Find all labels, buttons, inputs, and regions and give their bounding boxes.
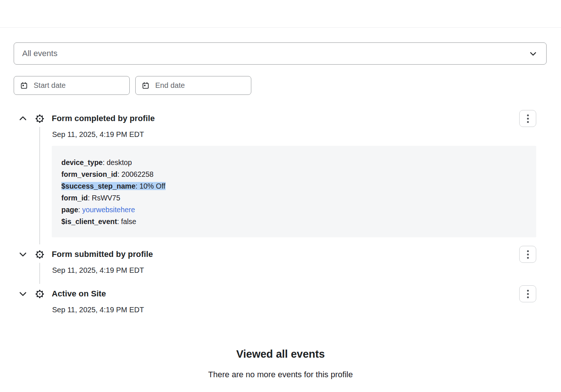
- property-line: page: yourwebsitehere: [61, 206, 135, 214]
- timeline-connector: [40, 127, 40, 244]
- event-property: form_version_id: 20062258: [61, 168, 527, 180]
- start-date-placeholder: Start date: [34, 81, 66, 90]
- event-menu-button[interactable]: [519, 110, 536, 127]
- event-expand-toggle[interactable]: [18, 114, 28, 123]
- property-separator: :: [136, 182, 140, 190]
- property-value: RsWV75: [92, 194, 120, 202]
- top-divider: [0, 0, 561, 28]
- end-of-feed-subtitle: There are no more events for this profil…: [0, 370, 561, 379]
- event-properties-panel: device_type: desktopform_version_id: 200…: [52, 146, 536, 237]
- event-timestamp: Sep 11, 2025, 4:19 PM EDT: [52, 266, 536, 275]
- event-item: Form completed by profile Sep 11, 2025, …: [14, 110, 536, 245]
- kebab-dot: [527, 257, 529, 259]
- event-menu-button[interactable]: [519, 246, 536, 263]
- property-line: device_type: desktop: [61, 158, 132, 166]
- property-line: form_version_id: 20062258: [61, 170, 153, 178]
- filter-bar: All events Start date End date: [14, 42, 547, 95]
- event-title: Active on Site: [52, 289, 519, 299]
- kebab-dot: [527, 290, 529, 292]
- end-date-placeholder: End date: [155, 81, 185, 90]
- event-header: Active on Site: [14, 285, 536, 303]
- property-separator: :: [78, 206, 82, 214]
- event-property: form_id: RsWV75: [61, 192, 527, 204]
- event-expand-toggle[interactable]: [18, 250, 28, 259]
- property-key: device_type: [61, 158, 103, 166]
- gear-icon: [35, 289, 45, 299]
- event-filter-value: All events: [22, 49, 57, 58]
- kebab-dot: [527, 118, 529, 120]
- property-key: $success_step_name: [61, 182, 136, 190]
- property-value: desktop: [107, 158, 132, 166]
- kebab-dot: [527, 114, 529, 116]
- selected-text: $success_step_name: 10% Off: [61, 182, 166, 190]
- property-key: $is_client_event: [61, 217, 117, 226]
- property-value-link[interactable]: yourwebsitehere: [82, 206, 135, 214]
- event-header: Form submitted by profile: [14, 245, 536, 263]
- property-separator: :: [117, 217, 121, 226]
- event-timestamp: Sep 11, 2025, 4:19 PM EDT: [52, 306, 536, 314]
- event-property: device_type: desktop: [61, 157, 527, 168]
- end-of-feed: Viewed all events There are no more even…: [0, 348, 561, 379]
- calendar-icon: [20, 82, 28, 90]
- event-list: Form completed by profile Sep 11, 2025, …: [14, 110, 536, 324]
- kebab-dot: [527, 254, 529, 255]
- property-separator: :: [103, 158, 107, 166]
- event-menu-button[interactable]: [519, 285, 536, 302]
- gear-icon: [35, 114, 45, 124]
- timeline-connector: [40, 263, 40, 284]
- property-line: $is_client_event: false: [61, 217, 136, 226]
- property-separator: :: [118, 170, 122, 178]
- property-key: form_version_id: [61, 170, 118, 178]
- event-property: $success_step_name: 10% Off: [61, 180, 527, 192]
- property-value: 10% Off: [139, 182, 165, 190]
- event-expand-toggle[interactable]: [18, 289, 28, 299]
- event-item: Active on Site Sep 11, 2025, 4:19 PM EDT: [14, 285, 536, 324]
- chevron-down-icon: [18, 289, 28, 299]
- end-of-feed-title: Viewed all events: [0, 348, 561, 360]
- event-title: Form completed by profile: [52, 114, 519, 123]
- kebab-dot: [527, 121, 529, 123]
- calendar-icon: [142, 82, 150, 90]
- event-item: Form submitted by profile Sep 11, 2025, …: [14, 245, 536, 285]
- kebab-dot: [527, 250, 529, 252]
- kebab-dot: [527, 293, 529, 295]
- event-filter-select[interactable]: All events: [14, 42, 547, 65]
- event-title: Form submitted by profile: [52, 250, 519, 259]
- date-filter-row: Start date End date: [14, 76, 547, 95]
- event-header: Form completed by profile: [14, 110, 536, 127]
- property-value: 20062258: [122, 170, 154, 178]
- chevron-down-icon: [18, 250, 28, 259]
- chevron-up-icon: [18, 114, 28, 123]
- gear-icon: [35, 250, 45, 259]
- property-key: form_id: [61, 194, 88, 202]
- event-property: $is_client_event: false: [61, 216, 527, 227]
- property-value: false: [121, 217, 136, 226]
- start-date-input[interactable]: Start date: [14, 76, 130, 95]
- end-date-input[interactable]: End date: [135, 76, 251, 95]
- property-separator: :: [88, 194, 92, 202]
- chevron-down-icon: [529, 49, 537, 58]
- kebab-dot: [527, 296, 529, 298]
- property-line: form_id: RsWV75: [61, 194, 120, 202]
- event-property: page: yourwebsitehere: [61, 204, 527, 216]
- property-key: page: [61, 206, 78, 214]
- event-timestamp: Sep 11, 2025, 4:19 PM EDT: [52, 130, 536, 139]
